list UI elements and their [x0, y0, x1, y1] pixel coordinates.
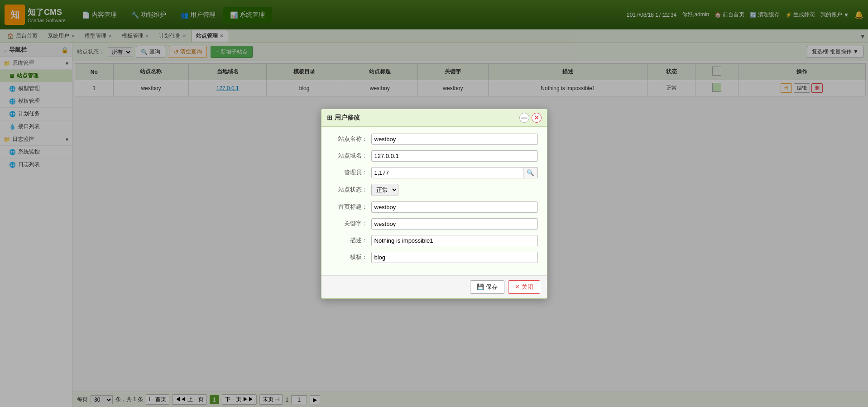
- keyword-form-label: 关键字：: [331, 220, 371, 228]
- close-icon: ✕: [515, 283, 520, 290]
- modal-body: 站点名称： 站点域名： 管理员： 🔍 站点状态： 正常 禁用: [321, 127, 547, 275]
- admin-input-wrapper: 🔍: [371, 167, 538, 178]
- template-input[interactable]: [371, 252, 538, 263]
- keyword-input[interactable]: [371, 218, 538, 230]
- edit-modal: ⊞ 用户修改 — ✕ 站点名称： 站点域名： 管理员： 🔍: [321, 109, 547, 299]
- save-button[interactable]: 💾 保存: [470, 280, 504, 294]
- status-form-select[interactable]: 正常 禁用: [371, 184, 398, 196]
- modal-header: ⊞ 用户修改 — ✕: [321, 109, 547, 127]
- modal-title-text: 用户修改: [335, 114, 360, 122]
- modal-overlay[interactable]: ⊞ 用户修改 — ✕ 站点名称： 站点域名： 管理员： 🔍: [0, 0, 868, 407]
- close-modal-button[interactable]: ✕ 关闭: [508, 280, 540, 294]
- desc-form-label: 描述：: [331, 236, 371, 244]
- close-label: 关闭: [522, 283, 533, 291]
- modal-controls: — ✕: [519, 113, 542, 123]
- form-row-domain: 站点域名：: [331, 150, 538, 162]
- site-name-input[interactable]: [371, 134, 538, 145]
- form-row-home-title: 首页标题：: [331, 201, 538, 213]
- desc-input[interactable]: [371, 235, 538, 246]
- domain-input[interactable]: [371, 150, 538, 162]
- form-row-template: 模板：: [331, 252, 538, 263]
- modal-footer: 💾 保存 ✕ 关闭: [321, 275, 547, 298]
- admin-input[interactable]: [371, 167, 523, 178]
- status-form-label: 站点状态：: [331, 186, 371, 194]
- admin-label: 管理员：: [331, 168, 371, 177]
- form-row-desc: 描述：: [331, 235, 538, 246]
- save-icon: 💾: [477, 283, 484, 290]
- domain-label: 站点域名：: [331, 152, 371, 160]
- form-row-keyword: 关键字：: [331, 218, 538, 230]
- home-title-input[interactable]: [371, 201, 538, 213]
- form-row-admin: 管理员： 🔍: [331, 167, 538, 178]
- admin-search-btn[interactable]: 🔍: [523, 167, 538, 178]
- modal-close-btn[interactable]: ✕: [532, 113, 542, 123]
- home-title-label: 首页标题：: [331, 203, 371, 211]
- template-form-label: 模板：: [331, 253, 371, 261]
- modal-title-icon: ⊞: [327, 114, 332, 121]
- form-row-site-name: 站点名称：: [331, 134, 538, 145]
- modal-minimize-btn[interactable]: —: [519, 113, 529, 123]
- form-row-status: 站点状态： 正常 禁用: [331, 184, 538, 196]
- save-label: 保存: [486, 283, 498, 291]
- modal-title-area: ⊞ 用户修改: [327, 114, 360, 122]
- site-name-label: 站点名称：: [331, 135, 371, 143]
